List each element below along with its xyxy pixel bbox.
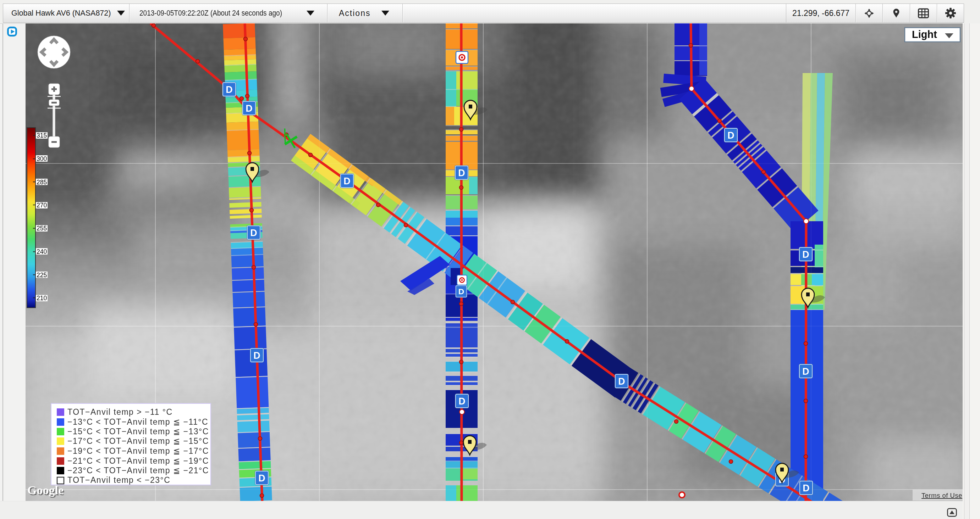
svg-text:285: 285 <box>37 179 47 186</box>
svg-text:D: D <box>802 366 809 377</box>
svg-text:Terms of Use: Terms of Use <box>921 492 962 499</box>
svg-text:D: D <box>802 249 809 260</box>
svg-text:TOT−Anvil temp < −23°C: TOT−Anvil temp < −23°C <box>67 475 170 485</box>
svg-text:D: D <box>245 103 253 114</box>
svg-text:D: D <box>458 396 466 406</box>
svg-text:−13°C < TOT−Anvil temp ≦ −11°C: −13°C < TOT−Anvil temp ≦ −11°C <box>67 417 208 427</box>
svg-text:D: D <box>727 130 735 141</box>
svg-text:270: 270 <box>37 202 47 209</box>
svg-text:D: D <box>344 176 350 186</box>
svg-text:315: 315 <box>37 132 47 139</box>
svg-text:D: D <box>803 483 810 494</box>
svg-text:D: D <box>258 473 266 484</box>
svg-text:D: D <box>253 350 261 361</box>
svg-text:D: D <box>458 287 465 296</box>
svg-text:−17°C < TOT−Anvil temp ≦ −15°C: −17°C < TOT−Anvil temp ≦ −15°C <box>67 436 209 446</box>
svg-text:−19°C < TOT−Anvil temp ≦ −17°C: −19°C < TOT−Anvil temp ≦ −17°C <box>67 446 209 456</box>
svg-text:D: D <box>250 228 257 238</box>
svg-text:TOT−Anvil temp > −11 °C: TOT−Anvil temp > −11 °C <box>67 407 173 417</box>
svg-text:−21°C < TOT−Anvil temp ≦ −19°C: −21°C < TOT−Anvil temp ≦ −19°C <box>67 456 209 465</box>
svg-text:210: 210 <box>37 295 47 302</box>
svg-text:Google: Google <box>27 484 64 497</box>
svg-text:255: 255 <box>37 225 47 232</box>
svg-text:D: D <box>618 376 625 387</box>
svg-text:D: D <box>458 168 465 178</box>
svg-text:D: D <box>226 84 233 95</box>
svg-text:−23°C < TOT−Anvil temp ≦ −21°C: −23°C < TOT−Anvil temp ≦ −21°C <box>67 466 209 475</box>
svg-text:225: 225 <box>37 271 47 279</box>
svg-text:240: 240 <box>37 248 47 255</box>
svg-text:300: 300 <box>37 155 47 162</box>
svg-text:−15°C < TOT−Anvil temp ≦ −13°C: −15°C < TOT−Anvil temp ≦ −13°C <box>67 427 209 436</box>
svg-text:Light: Light <box>912 29 937 40</box>
